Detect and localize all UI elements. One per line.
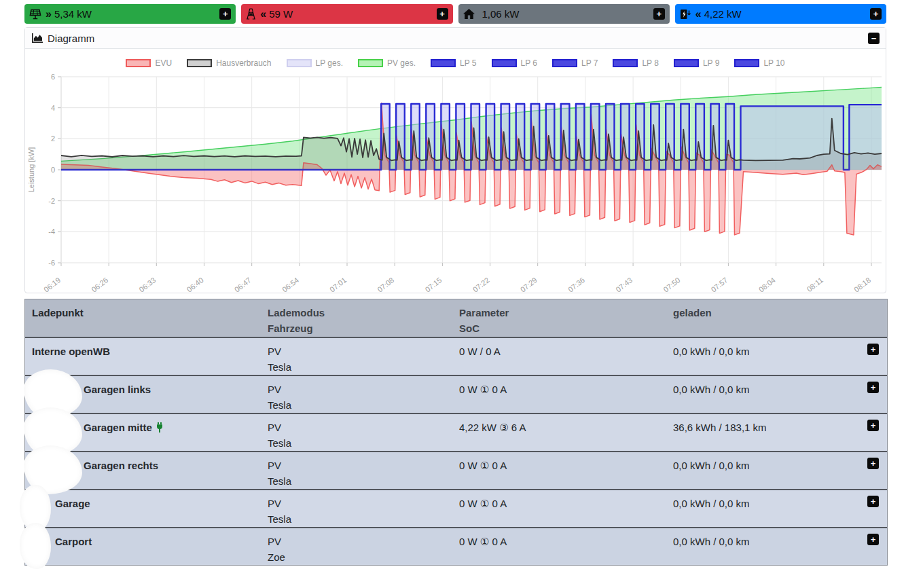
grid-power-tile[interactable]: « 59 W + [241, 4, 452, 24]
status-tile-bar: » 5,34 kW + « 59 W + 1,06 kW + « 4,22 kW [24, 4, 886, 24]
charged-amount: 0,0 kWh / 0,0 km [673, 376, 856, 413]
svg-text:-2: -2 [48, 197, 55, 205]
expand-grid-tile-button[interactable]: + [437, 8, 448, 20]
expand-row-button[interactable]: + [867, 382, 879, 393]
legend-item-lp-5[interactable]: LP 5 [431, 58, 476, 68]
charge-parameter: 0 W ① 0 A [459, 376, 673, 413]
legend-swatch [613, 59, 638, 67]
vehicle-name: Tesla [268, 512, 459, 527]
house-icon [463, 9, 475, 19]
expand-row-button[interactable]: + [867, 458, 879, 469]
col-parameter-soc: ParameterSoC [459, 299, 673, 337]
collapse-panel-button[interactable]: − [868, 33, 880, 44]
legend-item-hausverbrauch[interactable]: Hausverbrauch [187, 58, 271, 68]
svg-text:07:36: 07:36 [566, 276, 586, 293]
svg-text:06:40: 06:40 [185, 276, 205, 293]
chargepoint-name: Interne openWB [32, 346, 110, 357]
charge-mode: PV [268, 534, 459, 550]
charge-mode: PV [268, 382, 459, 398]
svg-text:06:26: 06:26 [90, 276, 109, 293]
diagram-panel-header: Diagramm − [25, 28, 886, 49]
svg-text:6: 6 [51, 73, 55, 81]
expand-row-button[interactable]: + [867, 344, 879, 355]
legend-item-lp-8[interactable]: LP 8 [613, 58, 658, 68]
expand-charge-tile-button[interactable]: + [870, 8, 882, 20]
legend-swatch [287, 59, 312, 67]
power-tower-icon [246, 8, 256, 20]
charging-station-icon [680, 9, 691, 20]
svg-text:06:33: 06:33 [137, 276, 157, 293]
charge-parameter: 0 W / 0 A [459, 338, 673, 375]
house-power-value: 1,06 kW [482, 8, 520, 20]
table-row-garagen-rechts: Garagen rechts PVTesla 0 W ① 0 A 0,0 kWh… [25, 451, 887, 489]
vehicle-name: Zoe [268, 550, 459, 565]
table-row-garage: Garage PVTesla 0 W ① 0 A 0,0 kWh / 0,0 k… [25, 489, 887, 527]
chargepoint-name: Garagen mitte [84, 422, 152, 433]
svg-text:07:15: 07:15 [424, 276, 444, 293]
svg-text:07:50: 07:50 [662, 276, 681, 293]
plug-connected-icon [156, 422, 164, 433]
legend-item-lp-ges-[interactable]: LP ges. [287, 58, 343, 68]
charge-power-value: 4,22 kW [704, 8, 742, 20]
house-power-tile[interactable]: 1,06 kW + [458, 4, 670, 24]
legend-label: Hausverbrauch [216, 58, 271, 68]
svg-text:0: 0 [51, 166, 55, 174]
chargepoint-name: Carport [55, 536, 92, 547]
svg-text:06:54: 06:54 [280, 276, 300, 293]
legend-label: LP 7 [581, 58, 598, 68]
legend-item-pv-ges-[interactable]: PV ges. [358, 58, 416, 68]
charged-amount: 0,0 kWh / 0,0 km [673, 528, 856, 565]
legend-swatch [358, 59, 383, 67]
col-lademodus-fahrzeug: LademodusFahrzeug [268, 299, 459, 337]
svg-text:4: 4 [51, 104, 55, 112]
table-row-garagen-links: Garagen links PVTesla 0 W ① 0 A 0,0 kWh … [25, 375, 887, 413]
svg-text:07:57: 07:57 [710, 276, 729, 293]
legend-swatch [674, 59, 699, 67]
table-row-carport: Carport PVZoe 0 W ① 0 A 0,0 kWh / 0,0 km… [25, 527, 887, 565]
table-header: Ladepunkt LademodusFahrzeug ParameterSoC… [25, 299, 887, 337]
legend-label: LP 6 [521, 58, 537, 68]
col-ladepunkt: Ladepunkt [25, 299, 268, 337]
svg-text:07:29: 07:29 [519, 276, 539, 293]
legend-label: LP ges. [316, 58, 343, 68]
svg-text:08:18: 08:18 [852, 276, 872, 293]
svg-text:06:47: 06:47 [233, 276, 253, 293]
charge-parameter: 4,22 kW ③ 6 A [459, 414, 673, 451]
legend-item-lp-6[interactable]: LP 6 [492, 58, 537, 68]
pv-power-tile[interactable]: » 5,34 kW + [24, 4, 236, 24]
legend-label: LP 5 [460, 58, 476, 68]
charged-amount: 0,0 kWh / 0,0 km [673, 452, 856, 489]
expand-pv-tile-button[interactable]: + [219, 8, 231, 20]
chart-container: 6420-2-4-606:1906:2606:3306:4006:4706:54… [25, 69, 886, 297]
legend-label: PV ges. [387, 58, 416, 68]
vehicle-name: Tesla [268, 398, 459, 413]
charged-amount: 36,6 kWh / 183,1 km [673, 414, 856, 451]
expand-row-button[interactable]: + [867, 496, 879, 507]
legend-label: LP 8 [642, 58, 658, 68]
expand-house-tile-button[interactable]: + [653, 8, 665, 20]
legend-item-lp-10[interactable]: LP 10 [734, 58, 784, 68]
legend-swatch [734, 59, 759, 67]
legend-label: EVU [155, 58, 172, 68]
charge-power-tile[interactable]: « 4,22 kW + [675, 4, 886, 24]
vehicle-name: Tesla [268, 474, 459, 489]
charge-mode: PV [268, 344, 459, 360]
expand-row-button[interactable]: + [867, 420, 879, 431]
charged-amount: 0,0 kWh / 0,0 km [673, 490, 856, 527]
legend-item-lp-7[interactable]: LP 7 [552, 58, 598, 68]
chart-area-icon [31, 33, 43, 43]
legend-item-lp-9[interactable]: LP 9 [674, 58, 719, 68]
vehicle-name: Tesla [268, 360, 459, 375]
chargepoint-name: Garage [55, 498, 90, 509]
legend-label: LP 10 [763, 58, 784, 68]
svg-text:-4: -4 [48, 227, 55, 236]
svg-text:07:01: 07:01 [328, 276, 348, 293]
charge-parameter: 0 W ① 0 A [459, 452, 673, 489]
svg-text:07:43: 07:43 [614, 276, 634, 293]
svg-text:08:04: 08:04 [757, 276, 777, 293]
legend-item-evu[interactable]: EVU [126, 58, 172, 68]
svg-text:-6: -6 [48, 259, 55, 267]
solar-panel-icon [29, 9, 41, 20]
expand-row-button[interactable]: + [867, 534, 879, 545]
chart-legend: EVUHausverbrauchLP ges.PV ges.LP 5LP 6LP… [25, 57, 886, 69]
